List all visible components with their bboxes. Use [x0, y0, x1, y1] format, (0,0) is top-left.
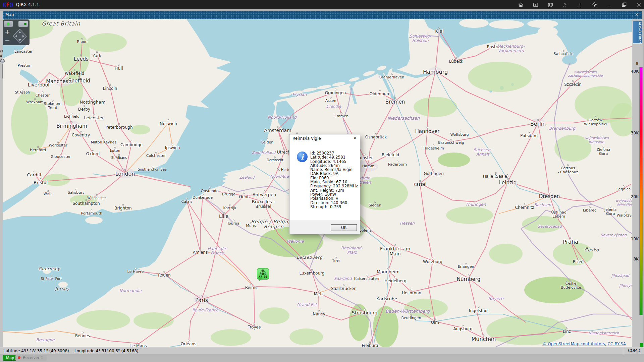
osm-contributors-link[interactable]: © OpenStreetMap contributors, [542, 342, 606, 346]
dialog-info-line: Frequency: 202.928MHz [310, 184, 358, 188]
tab-receiver-1[interactable]: Receiver 1 [15, 355, 47, 361]
settings-gear-icon[interactable] [592, 2, 598, 8]
dialog-close-icon[interactable]: ✕ [353, 135, 357, 140]
dialog-lines: Id: 2500237Latitude: 49.2581Longitude: 4… [310, 151, 358, 209]
qirx-window: (( )) QIRX 4.1.1 Map ✕ [0, 0, 644, 362]
altitude-tick-label: 40K [623, 69, 639, 74]
zoom-in-button[interactable]: + [5, 29, 10, 34]
altitude-tick-label: 10K [623, 237, 639, 241]
dialog-info-line: Strength: 0.759 [310, 205, 358, 209]
info-icon[interactable] [577, 2, 583, 8]
dialog-info-line: Polarisation: v [310, 196, 358, 200]
dim-slider-knob[interactable] [0, 59, 5, 63]
altitude-tick-label: ft [623, 61, 639, 66]
home-icon[interactable] [518, 2, 524, 8]
adsb-filter-button[interactable]: ADS-B Filter [633, 21, 642, 44]
osm-attribution: © OpenStreetMap contributors, CC-BY-SA [542, 342, 626, 346]
altitude-tick-label: 30K [623, 131, 639, 135]
dialog-footer: OK [289, 220, 360, 234]
green-indicator [640, 343, 643, 347]
dialog-info-line: Direction: 140-360 [310, 201, 358, 205]
restore-icon[interactable] [621, 2, 627, 8]
altitude-tick-label: 20K [623, 194, 639, 199]
map-control-panel: + − [3, 19, 30, 45]
map-icon[interactable] [547, 2, 553, 8]
transmitter-info-dialog: Reims/la Vigie ✕ i Id: 2500237Latitude: … [289, 134, 360, 234]
frame-right [642, 11, 644, 19]
dark-green-status-dot [24, 23, 26, 25]
map-document-title: Map [5, 12, 14, 17]
info-badge-icon: i [297, 152, 308, 162]
map-document-close-icon[interactable]: ✕ [635, 12, 639, 17]
bottom-tab-strip: Map Receiver 1 [0, 354, 644, 362]
dialog-info-line: DAB Block: 9A [310, 172, 358, 176]
dialog-title: Reims/la Vigie [292, 136, 321, 141]
pan-control[interactable] [12, 28, 27, 45]
minimize-icon[interactable] [606, 2, 612, 8]
osm-license-link[interactable]: CC-BY-SA [607, 342, 626, 346]
latitude-readout: Latitude 49° 18' 35.1" (49.3098) [3, 349, 69, 353]
dim-label: Dim [0, 50, 3, 57]
tab-receiver-label: Receiver 1 [23, 355, 43, 360]
panels-layout-icon[interactable] [533, 2, 539, 8]
dab-transmitter-marker[interactable]: 9A F069 67 10 [257, 268, 269, 280]
qirx-logo-icon: (( )) [3, 2, 13, 7]
longitude-readout: Longitude 4° 31' 00.5" (4.5168) [74, 349, 139, 353]
status-bar: Latitude 49° 18' 35.1" (49.3098) Longitu… [0, 347, 644, 354]
close-icon[interactable] [636, 2, 642, 8]
map-layer-button-2[interactable] [18, 21, 28, 27]
altitude-tick-label: 8K [623, 257, 639, 261]
map-layer-button-1[interactable] [4, 21, 13, 27]
title-bar: (( )) QIRX 4.1.1 [0, 0, 644, 9]
altitude-color-scale [639, 67, 643, 315]
satellite-icon[interactable] [562, 2, 568, 8]
zoom-out-button[interactable]: − [5, 38, 10, 42]
dim-slider-track[interactable] [2, 64, 3, 78]
green-status-dot [7, 23, 9, 25]
com-port-status: COM3 [623, 347, 644, 355]
window-title: QIRX 4.1.1 [16, 2, 39, 7]
map-document-header[interactable]: Map ✕ [3, 11, 642, 19]
dialog-info-line: Latitude: 49.2581 [310, 155, 358, 159]
receiver-status-dot [18, 356, 20, 359]
ok-button[interactable]: OK [331, 224, 357, 231]
